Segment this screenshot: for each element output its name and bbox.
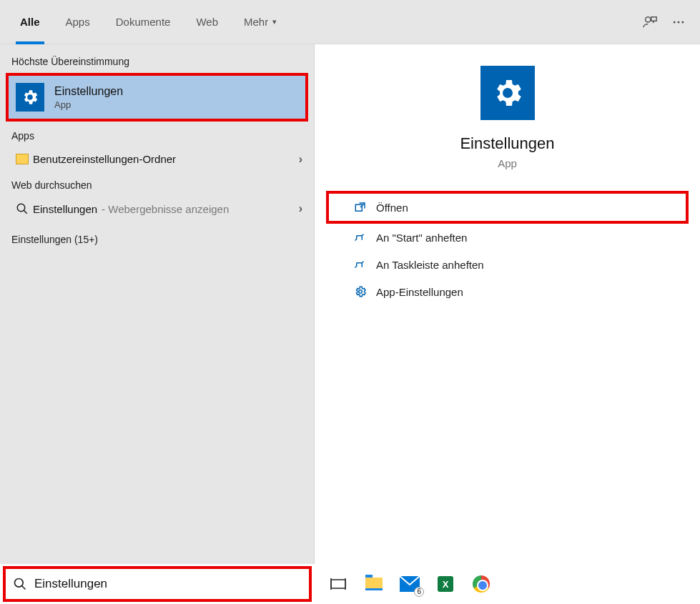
best-match-subtitle: App bbox=[54, 99, 123, 110]
svg-point-4 bbox=[17, 204, 25, 212]
excel-icon[interactable]: X bbox=[435, 573, 456, 595]
chevron-down-icon: ▾ bbox=[272, 17, 277, 26]
apps-result-item[interactable]: Benutzereinstellungen-Ordner › bbox=[0, 146, 314, 172]
web-result-label: Einstellungen bbox=[33, 203, 97, 215]
web-result-sub: - Webergebnisse anzeigen bbox=[102, 203, 229, 215]
chevron-right-icon: › bbox=[299, 202, 302, 215]
svg-point-0 bbox=[646, 16, 651, 21]
folder-icon bbox=[11, 154, 33, 164]
mail-badge: 6 bbox=[414, 587, 424, 597]
tab-all[interactable]: Alle bbox=[7, 0, 53, 44]
svg-point-2 bbox=[678, 21, 680, 23]
tab-more-label: Mehr bbox=[244, 16, 268, 28]
detail-subtitle: App bbox=[498, 157, 517, 169]
tab-all-label: Alle bbox=[20, 16, 40, 28]
tab-documents-label: Dokumente bbox=[116, 16, 171, 28]
svg-line-9 bbox=[22, 586, 26, 590]
action-app-settings-label: App-Einstellungen bbox=[376, 286, 463, 298]
gear-icon bbox=[16, 83, 44, 112]
chevron-right-icon: › bbox=[299, 153, 302, 166]
action-pin-taskbar[interactable]: An Taskleiste anheften bbox=[329, 251, 686, 278]
search-box[interactable] bbox=[3, 566, 312, 602]
action-pin-start[interactable]: An "Start" anheften bbox=[329, 224, 686, 251]
search-icon bbox=[11, 202, 33, 215]
svg-rect-6 bbox=[355, 204, 362, 211]
svg-rect-10 bbox=[331, 580, 345, 588]
gear-icon bbox=[350, 285, 370, 298]
action-pin-taskbar-label: An Taskleiste anheften bbox=[376, 259, 484, 271]
svg-point-1 bbox=[674, 21, 676, 23]
search-tabs: Alle Apps Dokumente Web Mehr ▾ bbox=[0, 0, 700, 44]
tab-web[interactable]: Web bbox=[183, 0, 231, 44]
open-icon bbox=[350, 201, 370, 214]
search-icon bbox=[13, 577, 27, 591]
best-match-title: Einstellungen bbox=[54, 85, 123, 98]
svg-point-3 bbox=[681, 21, 684, 23]
action-app-settings[interactable]: App-Einstellungen bbox=[329, 278, 686, 305]
svg-point-8 bbox=[15, 579, 24, 588]
pin-icon bbox=[350, 258, 370, 271]
detail-pane: Einstellungen App Öffnen An "Start" anhe… bbox=[315, 44, 700, 564]
detail-title: Einstellungen bbox=[460, 134, 554, 153]
tab-apps[interactable]: Apps bbox=[53, 0, 103, 44]
action-pin-start-label: An "Start" anheften bbox=[376, 232, 467, 244]
tab-web-label: Web bbox=[196, 16, 218, 28]
results-pane: Höchste Übereinstimmung Einstellungen Ap… bbox=[0, 44, 315, 564]
feedback-icon[interactable] bbox=[636, 8, 664, 36]
pin-icon bbox=[350, 231, 370, 244]
taskbar: 6 X bbox=[0, 564, 700, 604]
web-result-item[interactable]: Einstellungen - Webergebnisse anzeigen › bbox=[0, 195, 314, 222]
best-match-item[interactable]: Einstellungen App bbox=[6, 73, 308, 122]
tab-more[interactable]: Mehr ▾ bbox=[231, 0, 290, 44]
apps-label: Apps bbox=[0, 123, 314, 146]
chrome-icon[interactable] bbox=[470, 573, 492, 595]
task-view-icon[interactable] bbox=[327, 573, 349, 595]
action-open[interactable]: Öffnen bbox=[326, 191, 689, 224]
more-options-icon[interactable] bbox=[664, 8, 693, 36]
file-explorer-icon[interactable] bbox=[363, 573, 385, 595]
action-open-label: Öffnen bbox=[376, 202, 408, 214]
gear-icon bbox=[480, 66, 535, 120]
apps-result-label: Benutzereinstellungen-Ordner bbox=[33, 153, 176, 165]
best-match-label: Höchste Übereinstimmung bbox=[0, 49, 314, 71]
mail-icon[interactable]: 6 bbox=[399, 573, 420, 595]
search-input[interactable] bbox=[34, 577, 302, 591]
svg-point-7 bbox=[359, 290, 363, 294]
settings-more-label[interactable]: Einstellungen (15+) bbox=[0, 222, 314, 249]
svg-line-5 bbox=[24, 210, 27, 214]
tab-apps-label: Apps bbox=[66, 16, 90, 28]
web-label: Web durchsuchen bbox=[0, 172, 314, 195]
tab-documents[interactable]: Dokumente bbox=[103, 0, 184, 44]
